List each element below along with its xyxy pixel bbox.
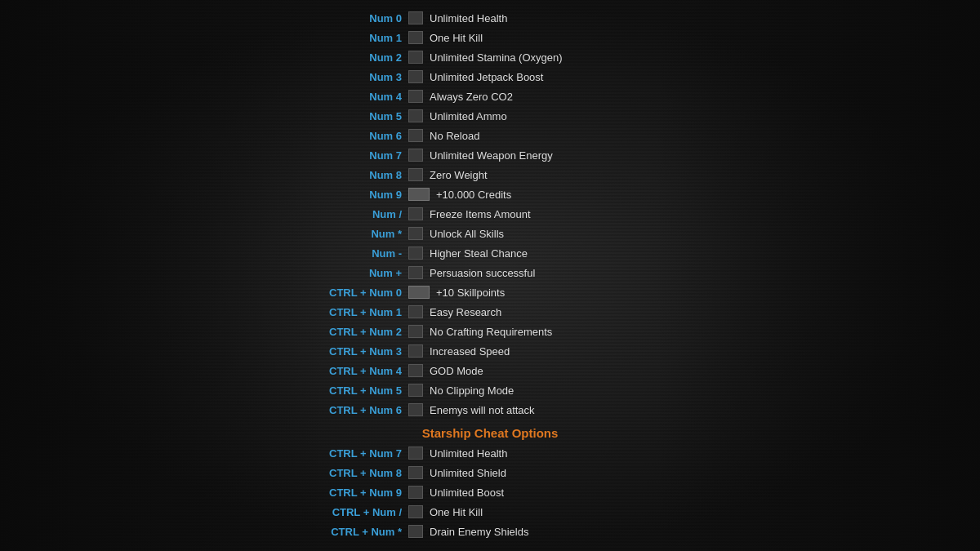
cheat-row: Num 3Unlimited Jetpack Boost [318,67,662,87]
key-label: Num 8 [318,169,408,181]
starship-section-title: Starship Cheat Options [318,420,662,443]
cheat-label: Freeze Items Amount [425,208,531,220]
key-label: Num 2 [318,51,408,64]
cheat-label: Higher Steal Chance [425,247,528,260]
key-label: CTRL + Num 0 [318,287,408,299]
toggle-button[interactable] [408,286,430,299]
toggle-button[interactable] [408,364,423,377]
key-label: Num * [318,228,408,240]
toggle-button[interactable] [408,344,423,358]
toggle-button[interactable] [408,51,423,64]
cheat-label: Drain Enemy Shields [425,526,528,538]
cheat-row: Num /Freeze Items Amount [318,204,662,224]
cheat-label: Unlimited Health [425,447,507,460]
key-label: Num 3 [318,71,408,83]
cheat-label: Easy Research [425,306,501,318]
cheat-row: Num 0Unlimited Health [318,8,662,28]
cheat-label: +10.000 Credits [431,189,511,201]
cheat-label: +10 Skillpoints [431,287,505,299]
cheat-label: Unlimited Boost [425,487,504,499]
key-label: CTRL + Num 5 [318,384,408,397]
cheat-label: One Hit Kill [425,32,483,44]
cheat-row: CTRL + Num /One Hit Kill [318,502,662,522]
cheat-row: Num *Unlock All Skills [318,224,662,243]
cheat-row: Num 8Zero Weight [318,165,662,184]
toggle-button[interactable] [408,247,423,260]
key-label: CTRL + Num 6 [318,404,408,416]
cheat-label: Persuasion successful [425,267,535,279]
key-label: Num 9 [318,189,408,201]
toggle-button[interactable] [408,305,423,318]
cheat-row: CTRL + Num 5No Clipping Mode [318,380,662,400]
key-label: CTRL + Num 1 [318,306,408,318]
key-label: Num 6 [318,130,408,142]
key-label: CTRL + Num 4 [318,365,408,377]
starship-cheats-list: CTRL + Num 7Unlimited HealthCTRL + Num 8… [318,443,662,541]
toggle-button[interactable] [408,266,423,279]
cheat-panel: Num 0Unlimited HealthNum 1One Hit KillNu… [318,0,662,549]
cheat-row: Num 7Unlimited Weapon Energy [318,145,662,165]
toggle-button[interactable] [408,149,423,162]
cheat-label: Unlimited Weapon Energy [425,149,553,162]
cheat-label: Zero Weight [425,169,488,181]
toggle-button[interactable] [408,227,423,240]
toggle-button[interactable] [408,188,430,201]
cheat-row: CTRL + Num 1Easy Research [318,302,662,322]
toggle-button[interactable] [408,70,423,83]
key-label: Num 1 [318,32,408,44]
key-label: CTRL + Num * [318,526,408,538]
cheat-row: CTRL + Num 3Increased Speed [318,341,662,361]
cheat-row: CTRL + Num 0+10 Skillpoints [318,282,662,302]
key-label: Num 5 [318,110,408,122]
toggle-button[interactable] [408,168,423,181]
toggle-button[interactable] [408,466,423,479]
cheat-row: CTRL + Num 2No Crafting Requirements [318,322,662,341]
cheat-label: One Hit Kill [425,506,483,518]
toggle-button[interactable] [408,207,423,220]
cheat-label: Enemys will not attack [425,404,535,416]
cheat-label: Increased Speed [425,345,510,358]
toggle-button[interactable] [408,129,423,142]
cheat-label: No Crafting Requirements [425,326,552,338]
toggle-button[interactable] [408,486,423,499]
cheat-label: Unlimited Shield [425,467,506,479]
toggle-button[interactable] [408,403,423,416]
toggle-button[interactable] [408,525,423,538]
key-label: CTRL + Num 9 [318,487,408,499]
cheat-row: Num 9+10.000 Credits [318,184,662,204]
toggle-button[interactable] [408,109,423,122]
key-label: Num 7 [318,149,408,162]
key-label: CTRL + Num 2 [318,326,408,338]
cheat-row: Num 5Unlimited Ammo [318,106,662,126]
key-label: CTRL + Num 3 [318,345,408,358]
cheat-label: Unlimited Stamina (Oxygen) [425,51,563,64]
key-label: Num + [318,267,408,279]
toggle-button[interactable] [408,325,423,338]
toggle-button[interactable] [408,31,423,44]
cheat-label: Unlimited Health [425,12,507,24]
cheat-row: Num 4Always Zero CO2 [318,87,662,106]
cheat-label: Unlimited Jetpack Boost [425,71,543,83]
toggle-button[interactable] [408,11,423,24]
cheat-row: Num -Higher Steal Chance [318,243,662,263]
toggle-button[interactable] [408,447,423,460]
cheat-label: No Clipping Mode [425,384,514,397]
cheat-row: CTRL + Num 4GOD Mode [318,361,662,380]
cheat-label: GOD Mode [425,365,483,377]
toggle-button[interactable] [408,505,423,518]
key-label: CTRL + Num 8 [318,467,408,479]
cheat-label: Unlock All Skills [425,228,504,240]
main-container: Num 0Unlimited HealthNum 1One Hit KillNu… [0,0,980,551]
cheat-row: CTRL + Num 8Unlimited Shield [318,463,662,482]
key-label: Num 4 [318,91,408,103]
toggle-button[interactable] [408,384,423,397]
key-label: Num - [318,247,408,260]
cheat-label: No Reload [425,130,479,142]
cheat-row: Num 1One Hit Kill [318,28,662,47]
toggle-button[interactable] [408,90,423,103]
key-label: Num / [318,208,408,220]
key-label: CTRL + Num 7 [318,447,408,460]
key-label: Num 0 [318,12,408,24]
cheat-row: Num 2Unlimited Stamina (Oxygen) [318,47,662,67]
cheat-row: Num 6No Reload [318,126,662,145]
